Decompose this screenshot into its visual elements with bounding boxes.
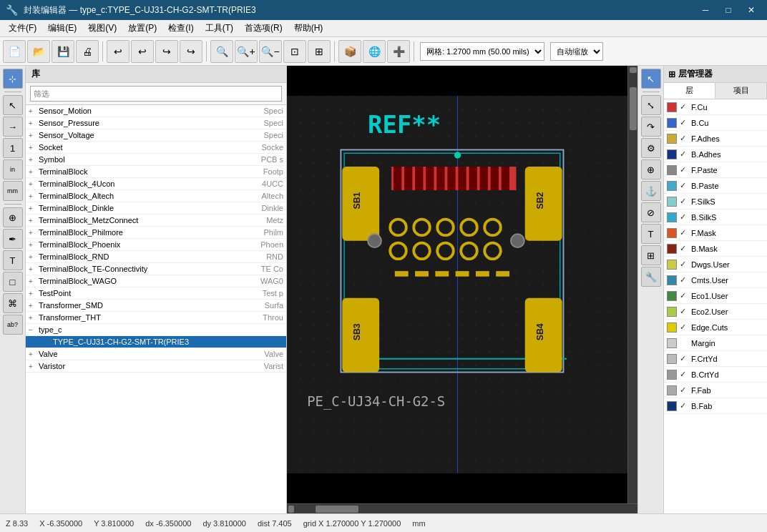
lib-row[interactable]: +Sensor_VoltageSpeci [26, 129, 286, 142]
layer-visibility-check[interactable]: ✓ [680, 118, 690, 127]
layer-visibility-check[interactable]: ✓ [680, 181, 690, 190]
layer-row[interactable]: ✓Cmts.User [664, 272, 767, 288]
layer-visibility-check[interactable]: ✓ [680, 102, 690, 112]
layer-row[interactable]: ✓B.SilkS [664, 210, 767, 225]
layer-row[interactable]: ✓F.Fab [664, 383, 767, 398]
menu-place[interactable]: 放置(P) [122, 21, 162, 36]
layer-row[interactable]: ✓B.CrtYd [664, 367, 767, 383]
hscroll-thumb[interactable] [316, 506, 358, 513]
text-right-tool[interactable]: T [641, 224, 661, 244]
layer-visibility-check[interactable]: ✓ [680, 134, 690, 143]
layer-visibility-check[interactable]: ✓ [680, 165, 690, 174]
anchor-tool[interactable]: ⚓ [641, 181, 661, 201]
label-tool[interactable]: ab? [3, 315, 23, 335]
lib-row[interactable]: +TestPointTest p [26, 287, 286, 300]
close-button[interactable]: ✕ [741, 3, 761, 17]
layer-row[interactable]: ✓B.Cu [664, 115, 767, 131]
filter-input[interactable] [30, 86, 282, 102]
tab-layers[interactable]: 层 [664, 83, 715, 99]
redo2-button[interactable]: ↪ [180, 40, 202, 63]
horizontal-scrollbar[interactable] [287, 503, 637, 513]
vertical-scrollbar[interactable] [627, 66, 637, 503]
layer-visibility-check[interactable]: ✓ [680, 275, 690, 285]
layer-row[interactable]: Margin [664, 335, 767, 351]
layer-row[interactable]: ✓F.CrtYd [664, 351, 767, 367]
layer-row[interactable]: ✓B.Paste [664, 178, 767, 194]
zoom-full-button[interactable]: ⊞ [308, 40, 331, 63]
layer-row[interactable]: ✓F.Paste [664, 162, 767, 178]
layer-visibility-check[interactable]: ✓ [680, 149, 690, 159]
layer-row[interactable]: ✓Eco1.User [664, 288, 767, 304]
layer-row[interactable]: ✓Eco2.User [664, 304, 767, 320]
layer-visibility-check[interactable]: ✓ [680, 354, 690, 363]
print-button[interactable]: 🖨 [76, 40, 99, 63]
lib-row[interactable]: +SymbolPCB s [26, 154, 286, 166]
layer-row[interactable]: ✓F.SilkS [664, 194, 767, 210]
undo-button[interactable]: ↩ [107, 40, 130, 63]
layer-row[interactable]: ✓B.Fab [664, 398, 767, 414]
layer-row[interactable]: ✓Edge.Cuts [664, 320, 767, 335]
lib-row[interactable]: +VaristorVarist [26, 360, 286, 373]
rotate-tool[interactable]: ↷ [641, 117, 661, 137]
text-tool[interactable]: T [3, 250, 23, 270]
menu-preferences[interactable]: 首选项(R) [239, 21, 288, 36]
layer-row[interactable]: ✓F.Adhes [664, 131, 767, 147]
resize-tool[interactable]: ⤡ [641, 95, 661, 115]
layer-visibility-check[interactable]: ✓ [680, 244, 690, 253]
target-tool[interactable]: ⊕ [3, 207, 23, 227]
layer-row[interactable]: ✓B.Adhes [664, 147, 767, 162]
layer-row[interactable]: ✓B.Mask [664, 241, 767, 257]
rect-tool[interactable]: □ [3, 272, 23, 292]
delete-tool[interactable]: ⊘ [641, 202, 661, 222]
layer-row[interactable]: ✓F.Cu [664, 99, 767, 115]
undo2-button[interactable]: ↩ [131, 40, 154, 63]
lib-row[interactable]: +Sensor_PressureSpeci [26, 117, 286, 129]
tab-items[interactable]: 项目 [715, 83, 767, 99]
grid-right-tool[interactable]: ⊞ [641, 245, 661, 265]
lib-row[interactable]: +TerminalBlock_TE-ConnectivityTE Co [26, 263, 286, 275]
maximize-button[interactable]: □ [718, 3, 738, 17]
lib-row[interactable]: +ValveValve [26, 348, 286, 360]
menu-tools[interactable]: 工具(T) [200, 21, 239, 36]
pointer-tool[interactable]: ↖ [641, 69, 661, 89]
add-button[interactable]: ➕ [387, 40, 410, 63]
arrow-tool[interactable]: ↖ [3, 95, 23, 115]
menu-inspect[interactable]: 检查(I) [162, 21, 199, 36]
new-button[interactable]: 📄 [3, 40, 26, 63]
search-button[interactable]: 🔍 [210, 40, 233, 63]
menu-view[interactable]: 视图(V) [82, 21, 122, 36]
save-button[interactable]: 💾 [52, 40, 74, 63]
menu-help[interactable]: 帮助(H) [288, 21, 329, 36]
grid-tool[interactable]: ⌘ [3, 293, 23, 313]
lib-row[interactable]: +SocketSocke [26, 142, 286, 154]
zoom-out-button[interactable]: 🔍− [259, 40, 282, 63]
layer-row[interactable]: ✓Dwgs.User [664, 257, 767, 272]
layer-visibility-check[interactable]: ✓ [680, 197, 690, 206]
lib-row[interactable]: +Transformer_THTThrou [26, 312, 286, 324]
lib-row[interactable]: +TerminalBlock_AltechAltech [26, 190, 286, 202]
lib-row[interactable]: +TerminalBlock_PhilmorePhilm [26, 227, 286, 239]
lib-row[interactable]: +TerminalBlock_WAGOWAG0 [26, 275, 286, 287]
route-tool[interactable]: → [3, 117, 23, 137]
pcb-canvas[interactable]: REF** [287, 66, 627, 503]
zoom-fit-button[interactable]: ⊡ [283, 40, 306, 63]
number-tool[interactable]: 1 [3, 138, 23, 158]
layer-visibility-check[interactable]: ✓ [680, 228, 690, 237]
vscroll-thumb[interactable] [630, 87, 637, 130]
lib-row[interactable]: +Sensor_MotionSpeci [26, 105, 286, 117]
lib-button[interactable]: 📦 [338, 40, 361, 63]
layer-row[interactable]: ✓F.Mask [664, 225, 767, 241]
layer-visibility-check[interactable]: ✓ [680, 385, 690, 395]
mm-tool[interactable]: mm [3, 181, 23, 201]
lib-row[interactable]: TYPE_C-UJ31-CH-G2-SMT-TR(PRIE3 [26, 336, 286, 348]
menu-file[interactable]: 文件(F) [3, 21, 42, 36]
3d-button[interactable]: 🌐 [363, 40, 386, 63]
circle-tool[interactable]: ⊕ [641, 159, 661, 179]
layer-visibility-check[interactable]: ✓ [680, 307, 690, 316]
layer-visibility-check[interactable]: ✓ [680, 322, 690, 332]
layer-visibility-check[interactable]: ✓ [680, 370, 690, 379]
zoom-in-button[interactable]: 🔍+ [235, 40, 258, 63]
layer-visibility-check[interactable]: ✓ [680, 260, 690, 269]
pen-tool[interactable]: ✒ [3, 229, 23, 249]
lib-row[interactable]: +TerminalBlock_DinkleDinkle [26, 202, 286, 215]
